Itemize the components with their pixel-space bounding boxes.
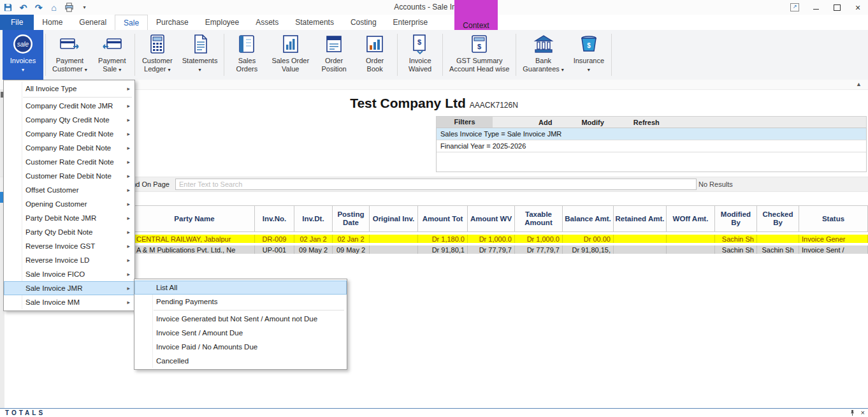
column-header-original-inv[interactable]: Original Inv. [370, 205, 418, 232]
menu-item-cancelled[interactable]: Cancelled [134, 354, 347, 368]
maximize-icon[interactable] [832, 3, 842, 13]
cell-taxable-amount[interactable]: Dr 77,79,7 [515, 245, 563, 254]
cell-party-name[interactable]: CENTRAL RAILWAY, Jabalpur [134, 235, 255, 243]
cell-taxable-amount[interactable]: Dr 1,000.0 [515, 235, 563, 243]
menu-item-sale-invoice-fico[interactable]: Sale Invoice FICO▸ [4, 267, 134, 281]
cell-amount-wv[interactable]: Dr 1,000.0 [468, 235, 515, 243]
menu-item-party-qty-debit-note[interactable]: Party Qty Debit Note▸ [4, 225, 134, 239]
ribbon-button-gst-summary-account-head-wise[interactable]: $GST SummaryAccount Head wise [445, 30, 514, 80]
ribbon-button-sales-orders[interactable]: SalesOrders [226, 30, 267, 80]
cell-amount-tot[interactable]: Dr 1,180.0 [418, 235, 468, 243]
column-header-inv-dt[interactable]: Inv.Dt. [294, 205, 333, 232]
cell-balance-amt[interactable]: Dr 91,80,15, [563, 245, 614, 254]
cell-inv-no[interactable]: DR-009 [255, 235, 294, 243]
close-icon[interactable]: × [861, 409, 865, 417]
cell-modified-by[interactable]: Sachin Sh [715, 245, 757, 254]
column-header-party-name[interactable]: Party Name [134, 205, 255, 232]
menu-item-list-all[interactable]: List All [134, 281, 347, 295]
menu-item-customer-rate-debit-note[interactable]: Customer Rate Debit Note▸ [4, 169, 134, 183]
menu-item-offset-customer[interactable]: Offset Customer▸ [4, 183, 134, 197]
column-header-inv-no[interactable]: Inv.No. [255, 205, 294, 232]
menu-item-reverse-invoice-ld[interactable]: Reverse Invoice LD▸ [4, 253, 134, 267]
tab-statements[interactable]: Statements [287, 15, 342, 30]
ribbon-button-invoice-waived[interactable]: $InvoiceWaived [400, 30, 440, 80]
column-header-balance-amt[interactable]: Balance Amt. [563, 205, 614, 232]
search-input[interactable] [175, 179, 697, 190]
tab-costing[interactable]: Costing [342, 15, 385, 30]
filters-modify-button[interactable]: Modify [581, 119, 604, 126]
menu-item-company-credit-note-jmr[interactable]: Company Credit Note JMR▸ [4, 99, 134, 113]
filters-refresh-button[interactable]: Refresh [633, 119, 660, 126]
pin-icon[interactable] [850, 409, 855, 417]
cell-checked-by[interactable]: Sachin Sh [757, 245, 799, 254]
menu-item-all-invoice-type[interactable]: All Invoice Type▸ [4, 82, 134, 96]
ribbon-button-invoices[interactable]: saleInvoices▾ [3, 30, 43, 80]
cell-woff-amt[interactable] [667, 245, 715, 254]
filter-row[interactable]: Sales Invoice Type = Sale Invoice JMR [437, 128, 866, 140]
menu-item-sale-invoice-jmr[interactable]: Sale Invoice JMR▸ [4, 281, 134, 295]
column-header-checked-by[interactable]: Checked By [757, 205, 799, 232]
column-header-taxable-amount[interactable]: Taxable Amount [515, 205, 563, 232]
column-header-status[interactable]: Status [799, 205, 868, 232]
ribbon-button-bank-guarantees[interactable]: BankGuarantees ▾ [518, 30, 568, 80]
menu-item-invoice-sent-amount-due[interactable]: Invoice Sent / Amount Due [134, 326, 347, 340]
column-header-modified-by[interactable]: Modified By [715, 205, 757, 232]
column-header-amount-wv[interactable]: Amount WV [468, 205, 515, 232]
cell-original-inv[interactable] [370, 235, 418, 243]
menu-item-company-qty-credit-note[interactable]: Company Qty Credit Note▸ [4, 113, 134, 127]
tab-context[interactable]: Context [454, 0, 498, 33]
cell-party-name[interactable]: A & M Publications Pvt. Ltd., Ne [134, 245, 255, 254]
tab-file[interactable]: File [0, 15, 34, 30]
close-icon[interactable]: × [853, 3, 863, 13]
cell-woff-amt[interactable] [667, 235, 715, 243]
tab-employee[interactable]: Employee [197, 15, 247, 30]
cell-inv-dt[interactable]: 02 Jan 2 [294, 235, 333, 243]
menu-item-sale-invoice-mm[interactable]: Sale Invoice MM▸ [4, 295, 134, 309]
cell-posting-date[interactable]: 02 Jan 2 [333, 235, 370, 243]
tab-sale[interactable]: Sale [115, 15, 148, 30]
cell-inv-dt[interactable]: 09 May 2 [294, 245, 333, 254]
tab-purchase[interactable]: Purchase [148, 15, 197, 30]
grid-row-2[interactable]: A & M Publications Pvt. Ltd., NeUP-00109… [134, 245, 868, 254]
menu-item-company-rate-debit-note[interactable]: Company Rate Debit Note▸ [4, 141, 134, 155]
menu-item-opening-customer[interactable]: Opening Customer▸ [4, 197, 134, 211]
menu-item-company-rate-credit-note[interactable]: Company Rate Credit Note▸ [4, 127, 134, 141]
cell-modified-by[interactable]: Sachin Sh [715, 235, 757, 243]
menu-item-party-debit-note-jmr[interactable]: Party Debit Note JMR▸ [4, 211, 134, 225]
column-header-retained-amt[interactable]: Retained Amt. [614, 205, 667, 232]
ribbon-button-sales-order-value[interactable]: Sales OrderValue [267, 30, 314, 80]
ribbon-button-payment-sale[interactable]: PaymentSale ▾ [92, 30, 133, 80]
ribbon-button-order-position[interactable]: OrderPosition [314, 30, 354, 80]
menu-item-pending-payments[interactable]: Pending Payments [134, 295, 347, 309]
tab-enterprise[interactable]: Enterprise [385, 15, 437, 30]
menu-item-customer-rate-credit-note[interactable]: Customer Rate Credit Note▸ [4, 155, 134, 169]
cell-balance-amt[interactable]: Dr 00.00 [563, 235, 614, 243]
ribbon-button-order-book[interactable]: OrderBook [354, 30, 395, 80]
ribbon-button-insurance[interactable]: $Insurance▾ [568, 30, 609, 80]
ribbon-button-payment-customer[interactable]: PaymentCustomer ▾ [48, 30, 92, 80]
cell-retained-amt[interactable] [614, 245, 667, 254]
filter-row[interactable]: Financial Year = 2025-2026 [437, 140, 866, 152]
cell-amount-wv[interactable]: Dr 77,79,7 [468, 245, 515, 254]
cell-checked-by[interactable] [757, 235, 799, 243]
cell-status[interactable]: Invoice Sent / [799, 245, 868, 254]
cell-amount-tot[interactable]: Dr 91,80,1 [418, 245, 468, 254]
ribbon-button-customer-ledger[interactable]: CustomerLedger ▾ [137, 30, 178, 80]
tab-assets[interactable]: Assets [247, 15, 287, 30]
cell-inv-no[interactable]: UP-001 [255, 245, 294, 254]
column-header-posting-date[interactable]: Posting Date [333, 205, 370, 232]
popout-icon[interactable]: ↗ [790, 3, 800, 13]
menu-item-reverse-invoice-gst[interactable]: Reverse Invoice GST▸ [4, 239, 134, 253]
menu-item-invoice-paid-no-amounts-due[interactable]: Invoice Paid / No Amounts Due [134, 340, 347, 354]
column-header-woff-amt[interactable]: WOff Amt. [667, 205, 715, 232]
cell-original-inv[interactable] [370, 245, 418, 254]
menu-item-invoice-generated-but-not-sent-amount-not-due[interactable]: Invoice Generated but Not Sent / Amount … [134, 312, 347, 326]
cell-status[interactable]: Invoice Gener [799, 235, 868, 243]
grid-row-1[interactable]: CENTRAL RAILWAY, JabalpurDR-00902 Jan 20… [134, 235, 868, 243]
minimize-icon[interactable] [811, 3, 821, 13]
collapse-ribbon-icon[interactable]: ▲ [856, 81, 862, 87]
tab-home[interactable]: Home [34, 15, 71, 30]
tab-general[interactable]: General [71, 15, 115, 30]
column-header-amount-tot[interactable]: Amount Tot [418, 205, 468, 232]
cell-retained-amt[interactable] [614, 235, 667, 243]
